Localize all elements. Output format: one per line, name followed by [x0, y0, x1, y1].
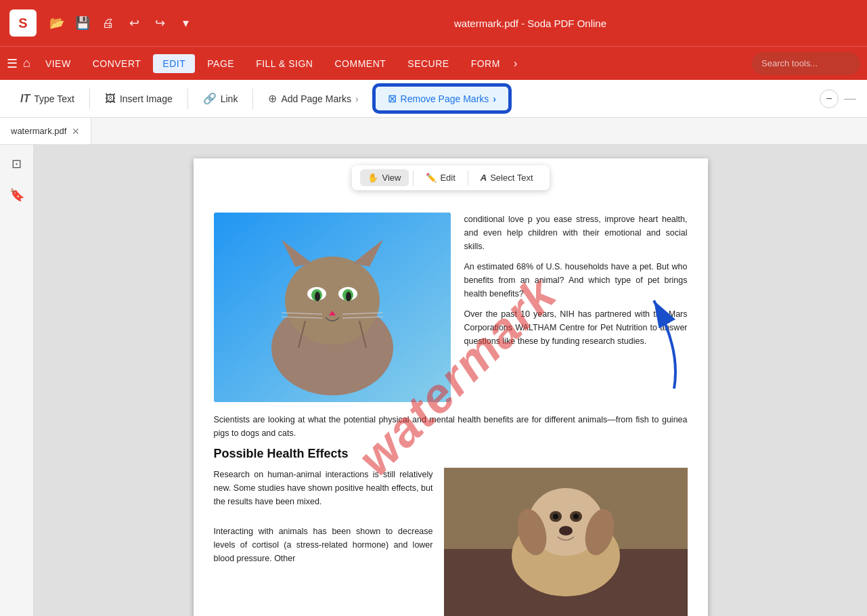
- svg-point-26: [573, 514, 579, 519]
- svg-point-11: [346, 292, 351, 301]
- add-page-marks-button[interactable]: ⊕ Add Page Marks ›: [259, 88, 365, 109]
- left-sidebar: ⊡ 🔖: [0, 145, 34, 616]
- sidebar-bookmarks-icon[interactable]: 🔖: [5, 183, 29, 207]
- soda-logo[interactable]: S: [9, 9, 37, 37]
- save-icon[interactable]: 💾: [73, 16, 92, 30]
- pdf-viewer: ✋ View ✏️ Edit A Select Text: [34, 145, 867, 616]
- pdf-select-text-button[interactable]: A Select Text: [472, 169, 541, 186]
- print-icon[interactable]: 🖨: [99, 16, 118, 30]
- undo-icon[interactable]: ↩: [125, 16, 143, 30]
- insert-image-button[interactable]: 🖼 Insert Image: [95, 89, 182, 109]
- menu-bar: ☰ ⌂ VIEW CONVERT EDIT PAGE FILL & SIGN C…: [0, 46, 867, 80]
- menu-item-form[interactable]: FORM: [462, 54, 510, 73]
- insert-image-icon: 🖼: [105, 93, 116, 105]
- pdf-view-button[interactable]: ✋ View: [359, 169, 409, 186]
- top-bar-icons: 📂 💾 🖨 ↩ ↪ ▾: [47, 16, 195, 30]
- type-text-icon: IT: [20, 93, 30, 105]
- pdf-tab[interactable]: watermark.pdf ✕: [0, 118, 91, 144]
- main-area: ⊡ 🔖 ✋ View ✏️ Edit A Select Text: [0, 145, 867, 616]
- sidebar-pages-icon[interactable]: ⊡: [5, 152, 29, 176]
- pdf-text-2: An estimated 68% of U.S. households have…: [464, 260, 688, 301]
- menu-item-page[interactable]: PAGE: [198, 54, 244, 73]
- svg-point-25: [553, 514, 558, 519]
- menu-item-comment[interactable]: COMMENT: [325, 54, 395, 73]
- add-page-marks-arrow: ›: [355, 93, 359, 104]
- menu-item-edit[interactable]: EDIT: [153, 54, 195, 73]
- pdf-scientists-text: Scientists are looking at what the poten…: [214, 413, 688, 440]
- dog-image: [444, 468, 688, 616]
- pdf-page: ✋ View ✏️ Edit A Select Text: [194, 158, 708, 616]
- menu-item-secure[interactable]: SECURE: [398, 54, 458, 73]
- menu-item-view[interactable]: VIEW: [36, 54, 81, 73]
- pdf-text-1: conditional love p you ease stress, impr…: [464, 213, 688, 253]
- type-text-label: Type Text: [34, 93, 74, 104]
- type-text-button[interactable]: IT Type Text: [11, 89, 84, 109]
- remove-page-marks-arrow: ›: [493, 93, 496, 104]
- home-button[interactable]: ⌂: [23, 56, 30, 70]
- zoom-out-button[interactable]: −: [820, 89, 839, 108]
- menu-item-convert[interactable]: CONVERT: [83, 54, 151, 73]
- remove-page-marks-label: Remove Page Marks: [401, 93, 489, 104]
- toolbar: IT Type Text 🖼 Insert Image 🔗 Link ⊕ Add…: [0, 80, 867, 118]
- pdf-content: conditional love p you ease stress, impr…: [214, 213, 688, 402]
- toolbar-right: − —: [820, 89, 856, 108]
- menu-item-fill-sign[interactable]: FILL & SIGN: [246, 54, 322, 73]
- menu-more-icon[interactable]: ›: [514, 58, 517, 70]
- zoom-divider: —: [844, 91, 856, 106]
- link-label: Link: [221, 93, 238, 104]
- remove-page-marks-button[interactable]: ⊠ Remove Page Marks ›: [374, 85, 510, 112]
- svg-point-10: [315, 292, 320, 301]
- pdf-section-heading: Possible Health Effects: [214, 447, 688, 461]
- pdf-edit-icon: ✏️: [426, 173, 437, 183]
- svg-point-27: [559, 526, 573, 535]
- divider-2: [187, 89, 188, 109]
- tab-close-button[interactable]: ✕: [72, 126, 80, 137]
- redo-icon[interactable]: ↪: [150, 16, 169, 30]
- insert-image-label: Insert Image: [120, 93, 173, 104]
- cat-image: [214, 213, 451, 402]
- divider-1: [89, 89, 90, 109]
- pdf-toolbar-divider-1: [413, 171, 414, 185]
- remove-page-marks-icon: ⊠: [388, 92, 397, 105]
- pdf-right-text: conditional love p you ease stress, impr…: [464, 213, 688, 402]
- pdf-view-label: View: [382, 173, 401, 183]
- tab-bar: watermark.pdf ✕: [0, 118, 867, 145]
- pdf-edit-label: Edit: [440, 173, 455, 183]
- add-page-marks-label: Add Page Marks: [281, 93, 351, 104]
- pdf-edit-button[interactable]: ✏️ Edit: [418, 169, 463, 186]
- top-bar: S 📂 💾 🖨 ↩ ↪ ▾ watermark.pdf - Soda PDF O…: [0, 0, 867, 46]
- pdf-select-text-icon: A: [481, 173, 487, 183]
- tab-filename: watermark.pdf: [11, 126, 66, 136]
- pdf-view-icon: ✋: [368, 173, 378, 183]
- search-input[interactable]: [752, 52, 860, 75]
- link-button[interactable]: 🔗 Link: [194, 88, 248, 109]
- pdf-full-text: Scientists are looking at what the poten…: [214, 413, 688, 616]
- svg-point-3: [285, 257, 380, 345]
- pdf-text-3: Over the past 10 years, NIH has partnere…: [464, 307, 688, 348]
- more-dropdown-icon[interactable]: ▾: [176, 16, 195, 30]
- open-file-icon[interactable]: 📂: [47, 16, 66, 30]
- pdf-select-text-label: Select Text: [490, 173, 533, 183]
- hamburger-menu[interactable]: ☰: [7, 56, 18, 71]
- link-icon: 🔗: [203, 92, 217, 105]
- add-page-marks-icon: ⊕: [268, 92, 277, 105]
- divider-3: [252, 89, 253, 109]
- window-title: watermark.pdf - Soda PDF Online: [203, 18, 858, 29]
- pdf-floating-toolbar: ✋ View ✏️ Edit A Select Text: [351, 165, 549, 190]
- pdf-toolbar-divider-2: [468, 171, 468, 185]
